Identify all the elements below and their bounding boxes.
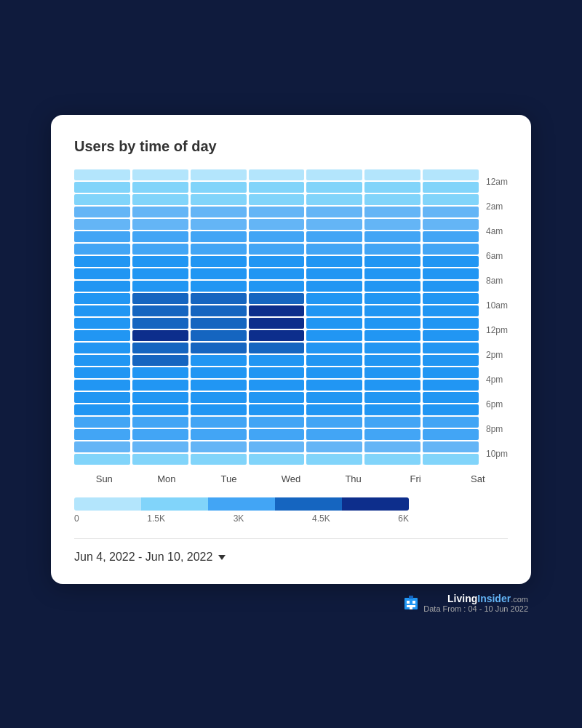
heatmap-cell bbox=[191, 305, 247, 316]
heatmap-cell bbox=[423, 169, 479, 180]
heatmap-cell bbox=[191, 182, 247, 193]
heatmap-cell bbox=[423, 256, 479, 267]
heatmap-cell bbox=[364, 244, 420, 255]
data-from: Data From : 04 - 10 Jun 2022 bbox=[423, 604, 528, 613]
heatmap-row bbox=[74, 343, 479, 353]
time-label: 12am bbox=[486, 169, 508, 194]
heatmap-cell bbox=[191, 268, 247, 279]
heatmap-cell bbox=[191, 441, 247, 452]
time-label: 2am bbox=[486, 194, 508, 219]
heatmap-cell bbox=[423, 429, 479, 440]
heatmap-row bbox=[74, 429, 479, 440]
brand-info: LivingInsider.com Data From : 04 - 10 Ju… bbox=[423, 593, 528, 613]
day-label: Mon bbox=[137, 473, 197, 484]
heatmap-cell bbox=[132, 207, 188, 217]
heatmap-cell bbox=[249, 194, 305, 205]
heatmap-cell bbox=[249, 392, 305, 403]
heatmap-cell bbox=[423, 367, 479, 378]
heatmap-cell bbox=[191, 380, 247, 391]
time-label: 10am bbox=[486, 293, 508, 318]
heatmap-cell bbox=[423, 219, 479, 230]
heatmap-cell bbox=[132, 441, 188, 452]
heatmap-cell bbox=[74, 293, 130, 304]
heatmap-cell bbox=[191, 454, 247, 465]
heatmap-cell bbox=[364, 194, 420, 205]
heatmap-cell bbox=[191, 194, 247, 205]
heatmap-cell bbox=[74, 268, 130, 279]
day-label: Sat bbox=[447, 473, 508, 484]
heatmap-cell bbox=[191, 281, 247, 292]
heatmap-cell bbox=[74, 367, 130, 378]
heatmap-cell bbox=[132, 182, 188, 193]
heatmap-cell bbox=[191, 293, 247, 304]
heatmap-row bbox=[74, 268, 479, 279]
legend-tick: 0 bbox=[74, 513, 79, 524]
legend-section: 01.5K3K4.5K6K bbox=[74, 497, 508, 524]
heatmap-cell bbox=[364, 454, 420, 465]
heatmap-cell bbox=[74, 231, 130, 242]
date-range-row[interactable]: Jun 4, 2022 - Jun 10, 2022 bbox=[74, 551, 508, 564]
heatmap-cell bbox=[364, 318, 420, 329]
heatmap-cell bbox=[423, 281, 479, 292]
heatmap-row bbox=[74, 169, 479, 180]
heatmap-cell bbox=[191, 330, 247, 341]
heatmap-cell bbox=[306, 441, 362, 452]
heatmap-cell bbox=[249, 219, 305, 230]
legend-segment bbox=[275, 497, 342, 511]
heatmap-cell bbox=[191, 256, 247, 267]
heatmap-cell bbox=[191, 318, 247, 329]
heatmap-row bbox=[74, 392, 479, 403]
heatmap-cell bbox=[249, 380, 305, 391]
heatmap-cell bbox=[306, 293, 362, 304]
heatmap-cell bbox=[74, 169, 130, 180]
heatmap-cell bbox=[249, 404, 305, 415]
heatmap-row bbox=[74, 380, 479, 391]
heatmap-cell bbox=[364, 441, 420, 452]
day-label: Wed bbox=[261, 473, 322, 484]
heatmap-cell bbox=[423, 268, 479, 279]
heatmap-cell bbox=[74, 219, 130, 230]
svg-rect-5 bbox=[412, 605, 415, 607]
heatmap-cell bbox=[364, 305, 420, 316]
heatmap-cell bbox=[306, 305, 362, 316]
heatmap-cell bbox=[423, 404, 479, 415]
svg-rect-1 bbox=[407, 601, 410, 604]
heatmap-cell bbox=[306, 318, 362, 329]
heatmap-cell bbox=[364, 404, 420, 415]
heatmap-cell bbox=[191, 169, 247, 180]
brand-name-2: Insider bbox=[477, 593, 511, 604]
brand-name: Living bbox=[447, 593, 477, 604]
time-label: 6pm bbox=[486, 392, 508, 417]
heatmap-cell bbox=[423, 330, 479, 341]
main-card: Users by time of day 12am2am4am6am8am10a… bbox=[51, 115, 531, 584]
heatmap-cell bbox=[74, 256, 130, 267]
heatmap-cell bbox=[191, 343, 247, 353]
heatmap-cell bbox=[249, 454, 305, 465]
heatmap-cell bbox=[364, 380, 420, 391]
heatmap-cell bbox=[132, 343, 188, 353]
time-label: 2pm bbox=[486, 343, 508, 367]
heatmap-cell bbox=[306, 417, 362, 428]
card-title: Users by time of day bbox=[74, 138, 508, 155]
heatmap-cell bbox=[423, 293, 479, 304]
heatmap-cell bbox=[306, 281, 362, 292]
heatmap-cell bbox=[132, 256, 188, 267]
heatmap-cell bbox=[423, 380, 479, 391]
heatmap-cell bbox=[132, 244, 188, 255]
heatmap-cell bbox=[191, 392, 247, 403]
heatmap-cell bbox=[249, 355, 305, 366]
heatmap-row bbox=[74, 330, 479, 341]
heatmap-cell bbox=[306, 404, 362, 415]
heatmap-cell bbox=[74, 404, 130, 415]
heatmap-cell bbox=[306, 169, 362, 180]
heatmap-cell bbox=[74, 330, 130, 341]
heatmap-cell bbox=[364, 219, 420, 230]
heatmap-cell bbox=[191, 404, 247, 415]
heatmap-cell bbox=[249, 281, 305, 292]
heatmap-cell bbox=[74, 454, 130, 465]
heatmap-cell bbox=[364, 182, 420, 193]
day-label: Fri bbox=[386, 473, 446, 484]
heatmap-cell bbox=[74, 207, 130, 217]
heatmap-cell bbox=[132, 454, 188, 465]
legend-segment bbox=[208, 497, 275, 511]
